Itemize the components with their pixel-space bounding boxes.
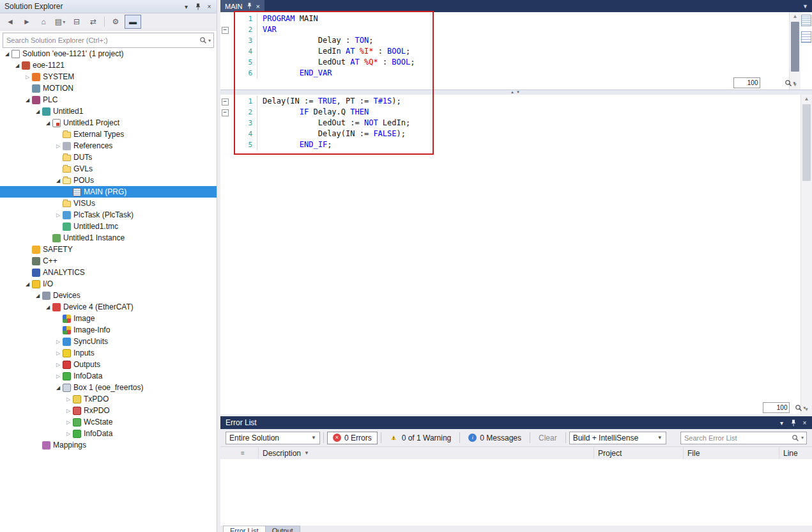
scroll-thumb[interactable] — [791, 22, 799, 72]
bottom-tab-error-list[interactable]: Error List — [223, 526, 266, 532]
severity-order-icon[interactable]: ≡ — [237, 447, 259, 459]
collapse-arrow-icon[interactable]: ◢ — [23, 281, 32, 287]
scroll-up-icon[interactable]: ▲ — [790, 12, 801, 21]
back-icon[interactable]: ◄ — [3, 15, 18, 28]
zoom-icon[interactable]: ▾ — [795, 404, 806, 412]
zoom-icon[interactable]: ▾ — [785, 79, 795, 87]
collapse-arrow-icon[interactable]: ◢ — [3, 51, 11, 57]
search-input[interactable] — [3, 36, 198, 44]
expand-arrow-icon[interactable]: ▷ — [54, 373, 63, 379]
tree-item-external-types[interactable]: External Types — [0, 129, 217, 140]
column-file[interactable]: File — [684, 447, 779, 459]
messages-toggle[interactable]: i 0 Messages — [463, 432, 526, 444]
tree-item-txpdo[interactable]: ▷TxPDO — [0, 393, 217, 405]
tree-item-box-1-eoe-freertos[interactable]: ◢Box 1 (eoe_freertos) — [0, 382, 217, 393]
collapse-arrow-icon[interactable]: ◢ — [33, 293, 42, 299]
search-icon[interactable] — [790, 434, 801, 442]
tree-item-infodata[interactable]: ▷InfoData — [0, 428, 217, 439]
column-description[interactable]: Description▼ — [259, 447, 594, 459]
code-line[interactable]: 6 END_VAR — [220, 68, 799, 79]
properties-icon[interactable]: ⚙ — [108, 15, 123, 28]
textual-view-icon[interactable] — [801, 15, 811, 26]
tree-item-solution-eoe-1121-1-project[interactable]: ◢Solution 'eoe-1121' (1 project) — [0, 48, 217, 59]
pin-icon[interactable] — [247, 3, 252, 10]
tree-item-image-info[interactable]: Image-Info — [0, 324, 217, 336]
splitter-arrows-icon[interactable]: ▲▼ — [510, 90, 522, 94]
pin-icon[interactable] — [193, 2, 203, 12]
search-icon[interactable] — [198, 36, 208, 44]
expand-arrow-icon[interactable]: ▷ — [54, 350, 63, 356]
search-options-chevron-icon[interactable]: ▾ — [208, 38, 213, 43]
zoom-level-field[interactable]: 100 — [733, 77, 760, 88]
close-icon[interactable]: × — [204, 2, 214, 12]
tree-item-untitled1[interactable]: ◢Untitled1 — [0, 106, 217, 117]
implementation-editor[interactable]: −1Delay(IN := TRUE, PT := T#1S);−2 IF De… — [220, 95, 812, 414]
tree-item-mappings[interactable]: Mappings — [0, 439, 217, 451]
code-line[interactable]: 5 END_IF; — [220, 139, 799, 150]
tree-item-safety[interactable]: SAFETY — [0, 244, 217, 255]
scope-combo[interactable]: Entire Solution▼ — [226, 432, 320, 444]
zoom-level-field[interactable]: 100 — [763, 402, 790, 413]
collapse-arrow-icon[interactable]: ◢ — [43, 120, 52, 126]
bottom-tab-output[interactable]: Output — [266, 526, 300, 532]
window-position-chevron-icon[interactable]: ▾ — [777, 418, 786, 428]
collapse-arrow-icon[interactable]: ◢ — [43, 304, 52, 310]
pin-icon[interactable] — [788, 418, 798, 428]
collapse-arrow-icon[interactable]: ◢ — [23, 97, 32, 103]
fold-collapse-icon[interactable]: − — [220, 24, 229, 35]
error-search-input[interactable] — [681, 434, 790, 442]
expand-arrow-icon[interactable]: ▷ — [54, 339, 63, 345]
code-line[interactable]: 4 LedIn AT %I* : BOOL; — [220, 46, 799, 57]
expand-arrow-icon[interactable]: ▷ — [54, 212, 63, 218]
implementation-scrollbar[interactable]: ▲ ▼ — [801, 95, 812, 414]
tree-item-devices[interactable]: ◢Devices — [0, 290, 217, 301]
scroll-thumb[interactable] — [802, 104, 811, 181]
warnings-toggle[interactable]: ▲! 0 of 1 Warning — [385, 432, 457, 444]
tree-item-pous[interactable]: ◢POUs — [0, 175, 217, 186]
implementation-code[interactable]: −1Delay(IN := TRUE, PT := T#1S);−2 IF De… — [220, 96, 799, 414]
window-position-chevron-icon[interactable]: ▾ — [181, 2, 191, 12]
clear-button[interactable]: Clear — [533, 432, 562, 444]
code-line[interactable]: 4 Delay(IN := FALSE); — [220, 129, 799, 139]
collapse-arrow-icon[interactable]: ◢ — [54, 178, 63, 184]
tree-item-inputs[interactable]: ▷Inputs — [0, 347, 217, 359]
code-line[interactable]: 1PROGRAM MAIN — [220, 13, 799, 24]
tab-main[interactable]: MAIN × — [220, 0, 264, 12]
search-options-chevron-icon[interactable]: ▾ — [801, 435, 806, 441]
tree-item-untitled1-instance[interactable]: Untitled1 Instance — [0, 232, 217, 244]
code-line[interactable]: 3 LedOut := NOT LedIn; — [220, 118, 799, 129]
code-line[interactable]: 5 LedOut AT %Q* : BOOL; — [220, 57, 799, 68]
declaration-editor[interactable]: 1PROGRAM MAIN−2VAR3 Delay : TON;4 LedIn … — [220, 12, 812, 90]
tree-item-wcstate[interactable]: ▷WcState — [0, 416, 217, 428]
expand-arrow-icon[interactable]: ▷ — [54, 143, 63, 149]
tree-item-device-4-ethercat[interactable]: ◢Device 4 (EtherCAT) — [0, 301, 217, 313]
tree-item-outputs[interactable]: ▷Outputs — [0, 359, 217, 370]
error-list-body[interactable] — [220, 459, 812, 526]
tree-item-motion[interactable]: MOTION — [0, 82, 217, 94]
tree-item-plctask-plctask[interactable]: ▷PlcTask (PlcTask) — [0, 209, 217, 221]
tab-list-chevron-icon[interactable]: ▼ — [799, 0, 812, 12]
collapse-arrow-icon[interactable]: ◢ — [33, 109, 42, 114]
filter-combo[interactable]: Build + IntelliSense▼ — [569, 432, 666, 444]
tree-item-untitled1-project[interactable]: ◢Untitled1 Project — [0, 117, 217, 129]
home-icon[interactable]: ⌂ — [36, 15, 51, 28]
code-line[interactable]: −2VAR — [220, 24, 799, 35]
expand-arrow-icon[interactable]: ▷ — [64, 408, 73, 414]
expand-arrow-icon[interactable]: ▷ — [23, 74, 32, 80]
tree-item-duts[interactable]: DUTs — [0, 152, 217, 163]
scroll-up-icon[interactable]: ▲ — [801, 95, 812, 104]
close-icon[interactable]: × — [800, 418, 809, 428]
forward-icon[interactable]: ► — [19, 15, 34, 28]
collapse-all-icon[interactable]: ⊟ — [69, 15, 84, 28]
preview-selected-items-icon[interactable]: ▬ — [125, 15, 141, 29]
tree-item-eoe-1121[interactable]: ◢eoe-1121 — [0, 59, 217, 71]
code-line[interactable]: −1Delay(IN := TRUE, PT := T#1S); — [220, 96, 799, 107]
expand-arrow-icon[interactable]: ▷ — [54, 362, 63, 368]
tree-item-image[interactable]: Image — [0, 313, 217, 324]
expand-arrow-icon[interactable]: ▷ — [64, 396, 73, 402]
tree-item-untitled1-tmc[interactable]: Untitled1.tmc — [0, 221, 217, 232]
tree-item-gvls[interactable]: GVLs — [0, 163, 217, 175]
tree-item-infodata[interactable]: ▷InfoData — [0, 370, 217, 382]
expand-arrow-icon[interactable]: ▷ — [64, 419, 73, 425]
fold-collapse-icon[interactable]: − — [220, 96, 229, 107]
